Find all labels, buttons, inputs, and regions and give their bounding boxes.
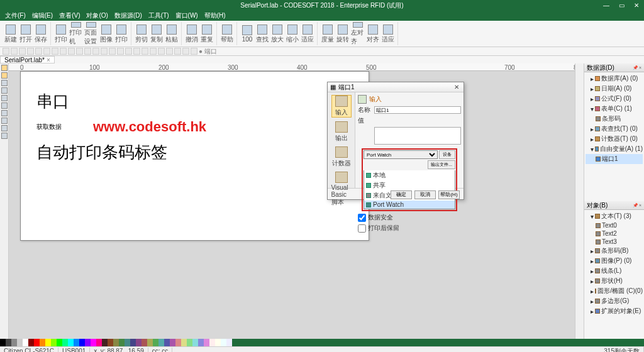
tree-node[interactable]: ▸ 形状(H): [586, 276, 643, 286]
format-button[interactable]: [117, 48, 124, 55]
objects-panel-header[interactable]: 对象(B) 📌×: [584, 201, 644, 210]
ribbon-button[interactable]: 新建: [4, 22, 18, 46]
tree-node[interactable]: ▸ 表查找(T) (0): [586, 124, 643, 134]
color-swatch[interactable]: [11, 339, 17, 346]
line-tool[interactable]: [1, 95, 8, 101]
color-swatch[interactable]: [57, 339, 62, 346]
color-swatch[interactable]: [85, 339, 91, 346]
color-swatch[interactable]: [209, 339, 215, 346]
tree-node[interactable]: 条形码: [586, 114, 643, 124]
menu-item[interactable]: 文件(F): [3, 11, 28, 21]
ribbon-button[interactable]: 复制: [150, 22, 164, 46]
color-swatch[interactable]: [130, 339, 136, 346]
format-button[interactable]: [174, 48, 181, 55]
color-swatch[interactable]: [102, 339, 108, 346]
color-swatch[interactable]: [45, 339, 51, 346]
color-swatch[interactable]: [204, 339, 209, 346]
ribbon-button[interactable]: 帮助: [220, 22, 234, 46]
dialog-titlebar[interactable]: ▦ 端口1 ✕: [328, 82, 464, 92]
ribbon-button[interactable]: 缩小: [286, 22, 299, 46]
ribbon-button[interactable]: 适应: [381, 22, 395, 46]
dialog-tab[interactable]: 输入: [331, 95, 352, 118]
format-button[interactable]: [191, 48, 197, 55]
format-button[interactable]: [166, 48, 173, 55]
format-button[interactable]: [60, 48, 67, 55]
menu-item[interactable]: 工具(T): [146, 11, 172, 21]
tree-node[interactable]: ▸ 数据库(A) (0): [586, 74, 643, 84]
ok-button[interactable]: 确定: [391, 190, 412, 199]
datasource-panel-header[interactable]: 数据源(D) 📌×: [584, 63, 644, 72]
color-swatch[interactable]: [147, 339, 153, 346]
maximize-button[interactable]: ▭: [614, 0, 629, 11]
doc-text-3[interactable]: 自动打印条码标签: [36, 141, 353, 163]
format-button[interactable]: [3, 48, 9, 55]
menu-item[interactable]: 对象(O): [84, 11, 110, 21]
tree-node[interactable]: 端口1: [586, 154, 643, 164]
color-swatch[interactable]: [164, 339, 170, 346]
dialog-tab[interactable]: 计数器: [331, 146, 352, 168]
tree-node[interactable]: ▸ 计数器(T) (0): [586, 134, 643, 144]
ribbon-button[interactable]: 图像: [99, 22, 113, 46]
close-button[interactable]: ✕: [629, 0, 644, 11]
color-swatch[interactable]: [74, 339, 79, 346]
color-swatch[interactable]: [198, 339, 204, 346]
poly-tool[interactable]: [1, 125, 8, 131]
menu-item[interactable]: 查看(V): [57, 11, 82, 21]
color-swatch[interactable]: [125, 339, 130, 346]
format-button[interactable]: [76, 48, 83, 55]
format-button[interactable]: [109, 48, 116, 55]
dialog-close-icon[interactable]: ✕: [452, 84, 461, 91]
color-swatch[interactable]: [28, 339, 34, 346]
format-button[interactable]: [92, 48, 99, 55]
color-swatch[interactable]: [170, 339, 175, 346]
color-swatch[interactable]: [142, 339, 147, 346]
color-swatch[interactable]: [119, 339, 125, 346]
format-button[interactable]: [84, 48, 91, 55]
format-button[interactable]: [11, 48, 18, 55]
tree-node[interactable]: ▸ 扩展的对象(E): [586, 306, 643, 316]
color-swatch[interactable]: [192, 339, 198, 346]
cancel-button[interactable]: 取消: [414, 190, 436, 199]
minimize-button[interactable]: —: [599, 0, 614, 11]
format-button[interactable]: [68, 48, 75, 55]
menu-item[interactable]: 帮助(H): [202, 11, 228, 21]
ribbon-button[interactable]: 旋转: [336, 22, 350, 46]
color-swatch[interactable]: [108, 339, 113, 346]
source-option[interactable]: 本地: [364, 170, 455, 180]
plugin-tool[interactable]: [1, 133, 8, 139]
color-swatch[interactable]: [181, 339, 187, 346]
format-button[interactable]: [101, 48, 108, 55]
source-select[interactable]: Port Watch: [364, 150, 438, 159]
color-swatch[interactable]: [23, 339, 28, 346]
dialog-tab[interactable]: 输出: [331, 121, 352, 143]
ribbon-button[interactable]: 左对齐: [351, 22, 365, 46]
canvas-area[interactable]: 0100200300400500700800 串口 获取数据 www.codes…: [9, 63, 575, 339]
format-button[interactable]: [133, 48, 140, 55]
doc-text-1[interactable]: 串口: [36, 91, 353, 113]
color-swatch[interactable]: [175, 339, 181, 346]
tree-node[interactable]: Text3: [586, 238, 643, 246]
color-swatch[interactable]: [215, 339, 221, 346]
color-swatch[interactable]: [187, 339, 192, 346]
ribbon-button[interactable]: 粘贴: [165, 22, 179, 46]
format-button[interactable]: [150, 48, 157, 55]
tree-node[interactable]: Text0: [586, 221, 643, 229]
ribbon-button[interactable]: 打开: [19, 22, 33, 46]
datasecurity-checkbox[interactable]: [358, 214, 366, 222]
tree-node[interactable]: ▸ 线条(L): [586, 266, 643, 276]
help-button[interactable]: 帮助(H): [438, 190, 460, 199]
tab-close-icon[interactable]: ×: [47, 57, 50, 63]
barcode-tool[interactable]: [1, 80, 8, 86]
document-tab[interactable]: SerialPort.lab* ×: [0, 56, 55, 63]
color-swatch[interactable]: [68, 339, 74, 346]
output-file-button[interactable]: 输出文件...: [428, 160, 455, 169]
ribbon-button[interactable]: 对齐: [366, 22, 380, 46]
color-swatch[interactable]: [136, 339, 142, 346]
color-swatch[interactable]: [17, 339, 23, 346]
pin-icon[interactable]: 📌: [633, 65, 638, 70]
format-button[interactable]: [52, 48, 58, 55]
tree-node[interactable]: ▾ 表单(C) (1): [586, 104, 643, 114]
format-button[interactable]: [35, 48, 42, 55]
device-button[interactable]: 设备: [439, 150, 455, 159]
tree-node[interactable]: ▸ 日期(A) (0): [586, 84, 643, 94]
